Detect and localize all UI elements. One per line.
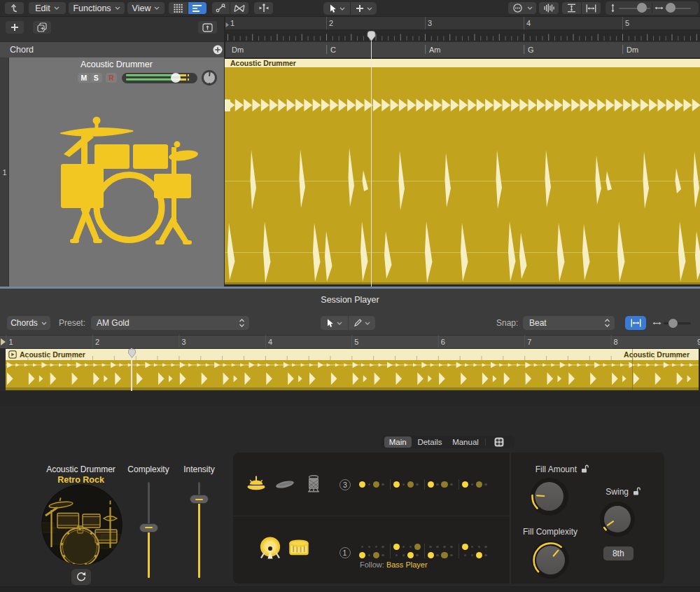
svg-text:G: G (528, 46, 534, 54)
svg-text:3: 3 (428, 19, 432, 27)
svg-text:2: 2 (95, 338, 99, 346)
svg-text:4: 4 (526, 19, 531, 27)
svg-text:Dm: Dm (626, 46, 638, 54)
svg-text:7: 7 (527, 338, 531, 346)
svg-text:Dm: Dm (232, 46, 244, 54)
svg-text:8: 8 (614, 338, 618, 346)
svg-text:5: 5 (354, 338, 358, 346)
svg-text:C: C (330, 46, 336, 54)
svg-text:1: 1 (230, 19, 234, 27)
svg-text:4: 4 (268, 338, 272, 346)
svg-text:5: 5 (625, 19, 629, 27)
svg-text:2: 2 (329, 19, 333, 27)
svg-text:9: 9 (697, 338, 700, 346)
svg-text:3: 3 (181, 338, 186, 346)
svg-text:Am: Am (429, 46, 441, 54)
svg-text:6: 6 (441, 338, 445, 346)
svg-text:1: 1 (9, 338, 13, 346)
